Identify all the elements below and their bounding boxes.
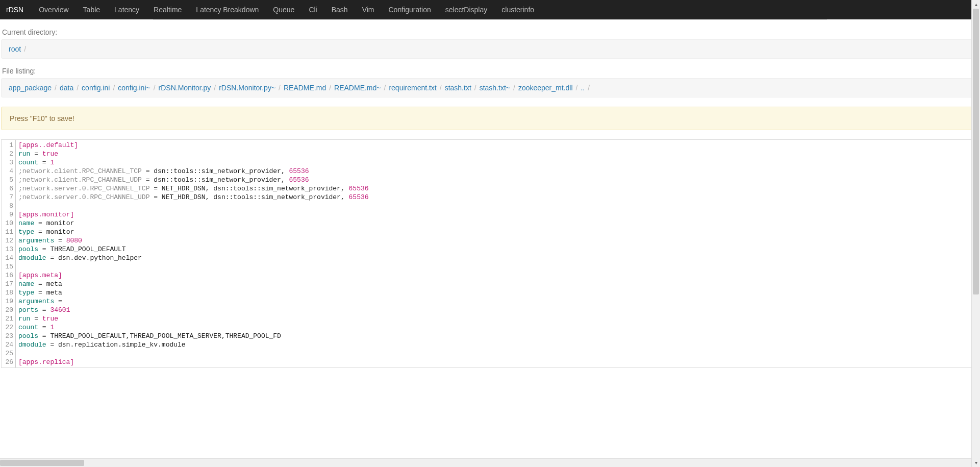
line-number: 2 xyxy=(2,150,13,158)
code-line[interactable]: type = monitor xyxy=(18,228,976,236)
code-token: THREAD_POOL_DEFAULT xyxy=(50,245,125,253)
nav-item-table[interactable]: Table xyxy=(76,0,107,19)
file-crumb[interactable]: rDSN.Monitor.py xyxy=(159,84,211,92)
file-crumb[interactable]: requirement.txt xyxy=(389,84,436,92)
code-line[interactable]: ports = 34601 xyxy=(18,306,976,314)
file-crumb[interactable]: rDSN.Monitor.py~ xyxy=(219,84,275,92)
file-crumb[interactable]: app_package xyxy=(9,84,52,92)
code-line[interactable]: count = 1 xyxy=(18,323,976,332)
code-line[interactable]: count = 1 xyxy=(18,158,976,167)
file-crumb[interactable]: data xyxy=(60,84,73,92)
code-line[interactable] xyxy=(18,262,976,271)
code-token: = xyxy=(46,254,58,262)
code-line[interactable]: [apps.meta] xyxy=(18,271,976,280)
nav-item-latency[interactable]: Latency xyxy=(107,0,146,19)
code-line[interactable]: [apps.replica] xyxy=(18,358,976,366)
file-breadcrumb: app_package/data/config.ini/config.ini~/… xyxy=(1,78,979,97)
code-token: meta xyxy=(46,280,62,288)
code-area[interactable]: [apps..default]run = truecount = 1;netwo… xyxy=(16,140,978,367)
file-crumb[interactable]: zookeeper_mt.dll xyxy=(518,84,573,92)
nav-item-overview[interactable]: Overview xyxy=(32,0,76,19)
crumb-separator: / xyxy=(440,84,442,92)
code-line[interactable]: [apps..default] xyxy=(18,141,976,150)
code-line[interactable]: run = true xyxy=(18,150,976,158)
code-line[interactable] xyxy=(18,349,976,358)
vertical-scrollbar[interactable]: ▴ ▾ xyxy=(971,0,980,374)
code-token: 1 xyxy=(50,324,54,331)
line-number: 1 xyxy=(2,141,13,150)
dir-crumb[interactable]: root xyxy=(9,45,21,53)
line-number: 12 xyxy=(2,236,13,245)
code-line[interactable]: pools = THREAD_POOL_DEFAULT xyxy=(18,245,976,254)
dir-breadcrumb: root/ xyxy=(1,39,979,59)
code-line[interactable]: ;network.client.RPC_CHANNEL_UDP = dsn::t… xyxy=(18,176,976,184)
code-line[interactable]: run = true xyxy=(18,314,976,323)
code-token: = xyxy=(149,185,161,192)
code-token: name xyxy=(18,219,34,227)
code-line[interactable]: arguments = xyxy=(18,297,976,306)
code-token: = xyxy=(38,306,50,314)
top-nav: rDSN OverviewTableLatencyRealtimeLatency… xyxy=(0,0,980,19)
code-line[interactable]: ;network.server.0.RPC_CHANNEL_UDP = NET_… xyxy=(18,193,976,202)
code-token: = xyxy=(34,228,46,236)
code-token: pools xyxy=(18,245,38,253)
code-token: ;network.client.RPC_CHANNEL_UDP xyxy=(18,176,142,184)
line-number: 14 xyxy=(2,254,13,262)
code-line[interactable]: dmodule = dsn.dev.python_helper xyxy=(18,254,976,262)
code-line[interactable]: [apps.monitor] xyxy=(18,210,976,219)
code-line[interactable]: arguments = 8080 xyxy=(18,236,976,245)
line-number: 23 xyxy=(2,332,13,340)
crumb-separator: / xyxy=(329,84,331,92)
crumb-separator: / xyxy=(24,45,26,53)
file-crumb[interactable]: README.md xyxy=(284,84,326,92)
vertical-scroll-thumb[interactable] xyxy=(973,9,979,294)
line-number: 25 xyxy=(2,349,13,358)
code-token: meta xyxy=(46,289,62,297)
code-token: = xyxy=(142,176,154,184)
nav-item-selectdisplay[interactable]: selectDisplay xyxy=(438,0,494,19)
nav-item-bash[interactable]: Bash xyxy=(324,0,355,19)
code-token: = xyxy=(54,298,66,305)
code-line[interactable] xyxy=(18,202,976,210)
code-token: type xyxy=(18,228,34,236)
nav-item-queue[interactable]: Queue xyxy=(266,0,301,19)
file-crumb[interactable]: stash.txt~ xyxy=(480,84,510,92)
file-crumb[interactable]: stash.txt xyxy=(445,84,471,92)
code-token: 34601 xyxy=(50,306,70,314)
code-line[interactable]: pools = THREAD_POOL_DEFAULT,THREAD_POOL_… xyxy=(18,332,976,340)
code-line[interactable]: ;network.server.0.RPC_CHANNEL_TCP = NET_… xyxy=(18,184,976,193)
code-line[interactable]: name = meta xyxy=(18,280,976,288)
code-token: dmodule xyxy=(18,254,46,262)
nav-item-realtime[interactable]: Realtime xyxy=(146,0,189,19)
code-line[interactable]: name = monitor xyxy=(18,219,976,228)
line-number: 13 xyxy=(2,245,13,254)
nav-item-latency-breakdown[interactable]: Latency Breakdown xyxy=(189,0,266,19)
code-token: name xyxy=(18,280,34,288)
nav-item-clusterinfo[interactable]: clusterinfo xyxy=(494,0,541,19)
file-crumb[interactable]: .. xyxy=(581,84,585,92)
scroll-up-icon[interactable]: ▴ xyxy=(972,0,980,9)
code-token: = xyxy=(30,150,42,158)
crumb-separator: / xyxy=(55,84,57,92)
code-line[interactable]: type = meta xyxy=(18,288,976,297)
code-token: 65536 xyxy=(349,185,369,192)
file-listing-label: File listing: xyxy=(2,67,980,75)
brand[interactable]: rDSN xyxy=(6,6,23,14)
line-number: 6 xyxy=(2,184,13,193)
code-token: = xyxy=(38,332,50,340)
file-crumb[interactable]: config.ini~ xyxy=(118,84,150,92)
nav-item-configuration[interactable]: Configuration xyxy=(382,0,438,19)
line-number: 22 xyxy=(2,323,13,332)
code-token: dsn.replication.simple_kv.module xyxy=(58,341,186,349)
file-crumb[interactable]: config.ini xyxy=(82,84,110,92)
file-crumb[interactable]: README.md~ xyxy=(334,84,381,92)
code-line[interactable]: ;network.client.RPC_CHANNEL_TCP = dsn::t… xyxy=(18,167,976,176)
code-token: count xyxy=(18,159,38,166)
code-token: ;network.server.0.RPC_CHANNEL_UDP xyxy=(18,193,149,201)
code-token: arguments xyxy=(18,237,54,244)
nav-item-cli[interactable]: Cli xyxy=(301,0,324,19)
nav-item-vim[interactable]: Vim xyxy=(355,0,382,19)
code-line[interactable]: dmodule = dsn.replication.simple_kv.modu… xyxy=(18,340,976,349)
crumb-separator: / xyxy=(384,84,386,92)
code-editor[interactable]: 1234567891011121314151617181920212223242… xyxy=(1,139,979,368)
